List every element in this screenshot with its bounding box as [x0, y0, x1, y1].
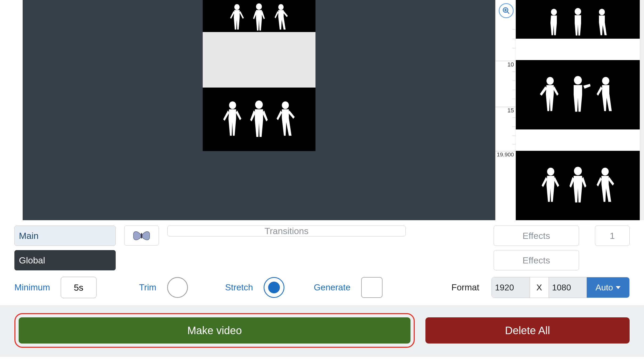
timeline-panel: 10 15 19.900 — [495, 0, 640, 220]
checkbox-generate[interactable] — [361, 277, 383, 298]
format-width-input[interactable] — [492, 277, 530, 298]
minimum-input[interactable] — [61, 277, 96, 298]
svg-point-3 — [229, 101, 236, 109]
silhouette-group-icon — [533, 65, 623, 124]
delete-all-button[interactable]: Delete All — [425, 317, 630, 344]
format-group: X Auto — [492, 277, 630, 298]
preview-gap — [203, 32, 315, 88]
tab-global[interactable]: Global — [14, 250, 116, 270]
svg-point-0 — [234, 4, 240, 10]
ruler-tick-15: 15 — [508, 107, 514, 114]
svg-point-17 — [574, 167, 582, 175]
svg-point-16 — [547, 168, 554, 175]
make-video-button[interactable]: Make video — [19, 317, 410, 344]
svg-point-4 — [255, 101, 263, 109]
effects-count: 1 — [595, 226, 630, 246]
scrollbar[interactable] — [640, 0, 644, 220]
format-label: Format — [451, 282, 479, 293]
stretch-label[interactable]: Stretch — [225, 282, 253, 293]
silhouette-group-icon — [533, 156, 623, 215]
bottom-action-bar: Make video Delete All — [0, 305, 644, 357]
svg-point-11 — [575, 8, 581, 15]
svg-point-10 — [551, 9, 557, 15]
radio-trim[interactable] — [167, 277, 188, 298]
timeline-thumb[interactable] — [516, 60, 640, 129]
format-height-input[interactable] — [549, 277, 587, 298]
minimum-label[interactable]: Minimum — [14, 282, 50, 293]
svg-point-14 — [574, 76, 582, 85]
tab-main[interactable]: Main — [14, 226, 116, 246]
format-auto-dropdown[interactable]: Auto — [587, 277, 629, 298]
ruler-tick-end: 19.900 — [497, 151, 514, 157]
svg-point-1 — [256, 3, 262, 10]
svg-point-2 — [278, 4, 284, 10]
svg-point-15 — [602, 77, 609, 85]
butterfly-icon — [131, 228, 152, 244]
make-video-highlight: Make video — [14, 313, 415, 348]
silhouette-group-icon — [219, 3, 299, 32]
svg-point-12 — [599, 9, 605, 15]
zoom-in-button[interactable] — [499, 3, 514, 18]
preview-frame-bottom — [203, 88, 315, 151]
radio-stretch[interactable] — [264, 277, 284, 298]
svg-point-18 — [601, 168, 609, 175]
format-separator: X — [530, 277, 549, 298]
preview-frame-top — [203, 0, 315, 32]
silhouette-group-icon — [538, 4, 618, 39]
transitions-button[interactable]: Transitions — [167, 226, 406, 236]
preview-panel — [23, 0, 495, 220]
format-auto-label: Auto — [595, 283, 613, 293]
svg-point-13 — [546, 77, 554, 85]
zoom-in-icon — [502, 7, 510, 15]
trim-label[interactable]: Trim — [139, 282, 156, 293]
timeline-thumb[interactable] — [516, 0, 640, 39]
timeline-ruler[interactable]: 10 15 19.900 — [496, 0, 516, 220]
timeline-thumb[interactable] — [516, 151, 640, 220]
svg-point-5 — [282, 101, 289, 109]
silhouette-group-icon — [215, 91, 303, 147]
preview-stack — [203, 0, 315, 151]
svg-point-19 — [141, 233, 142, 238]
effects-button-top[interactable]: Effects — [494, 226, 579, 246]
ruler-tick-10: 10 — [508, 61, 514, 68]
timeline-thumbs[interactable] — [516, 0, 640, 220]
asset-thumbnail[interactable] — [124, 226, 159, 246]
chevron-down-icon — [616, 286, 621, 289]
effects-button-bottom[interactable]: Effects — [494, 250, 579, 270]
svg-line-7 — [507, 12, 509, 14]
generate-label[interactable]: Generate — [314, 282, 351, 293]
